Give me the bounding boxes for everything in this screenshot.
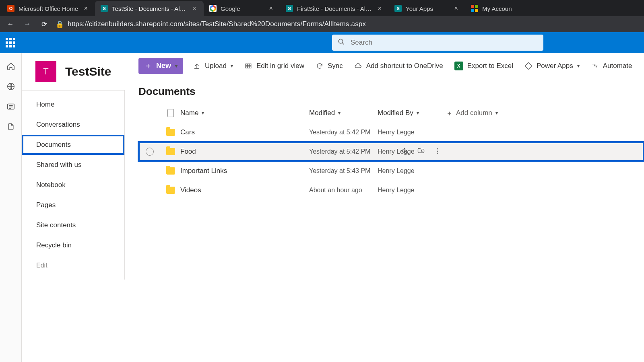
browser-tab[interactable]: O Microsoft Office Home × bbox=[2, 1, 95, 16]
back-button[interactable]: ← bbox=[5, 20, 16, 28]
chevron-down-icon: ▾ bbox=[202, 110, 204, 116]
folder-icon bbox=[161, 129, 180, 136]
globe-icon[interactable] bbox=[6, 82, 15, 91]
nav-notebook[interactable]: Notebook bbox=[22, 175, 124, 195]
nav-home[interactable]: Home bbox=[22, 95, 124, 115]
grid-icon bbox=[244, 62, 252, 70]
upload-label: Upload bbox=[205, 62, 227, 70]
item-name[interactable]: Food bbox=[180, 148, 309, 156]
folder-icon bbox=[161, 187, 180, 194]
power-apps-button[interactable]: Power Apps ▾ bbox=[523, 58, 581, 74]
add-column-button[interactable]: ＋ Add column ▾ bbox=[446, 109, 526, 118]
item-modified: Yesterday at 5:42 PM bbox=[309, 129, 378, 136]
nav-conversations[interactable]: Conversations bbox=[22, 115, 124, 135]
search-box[interactable] bbox=[332, 35, 543, 51]
svg-line-1 bbox=[342, 43, 344, 45]
command-bar: ＋ New ▾ Upload ▾ Edit in grid view bbox=[138, 53, 644, 79]
export-excel-button[interactable]: X Export to Excel bbox=[453, 58, 515, 74]
modified-by-header-label: Modified By bbox=[378, 109, 413, 117]
tab-title: TestSite - Documents - All Docu bbox=[112, 5, 187, 12]
sharepoint-icon: S bbox=[101, 5, 108, 12]
browser-tab[interactable]: S FirstSite - Documents - All Docu × bbox=[280, 1, 389, 16]
tab-title: FirstSite - Documents - All Docu bbox=[297, 5, 372, 12]
list-row[interactable]: Cars Yesterday at 5:42 PM Henry Legge bbox=[138, 123, 644, 142]
nav-edit[interactable]: Edit bbox=[22, 255, 124, 276]
list-row[interactable]: Food Yesterday at 5:42 PM Henry Legge ⋮ bbox=[138, 142, 644, 161]
url-text[interactable]: https://citizenbuilders.sharepoint.com/s… bbox=[68, 20, 366, 28]
name-column-header[interactable]: Name ▾ bbox=[180, 109, 309, 117]
close-icon[interactable]: × bbox=[376, 5, 383, 12]
power-apps-label: Power Apps bbox=[537, 62, 573, 70]
row-hover-actions: ⋮ bbox=[400, 147, 442, 157]
tab-title: Google bbox=[221, 5, 263, 12]
edit-grid-button[interactable]: Edit in grid view bbox=[243, 58, 306, 74]
modified-header-label: Modified bbox=[309, 109, 335, 117]
export-excel-label: Export to Excel bbox=[467, 62, 513, 70]
list-row[interactable]: Important Links Yesterday at 5:43 PM Hen… bbox=[138, 161, 644, 181]
left-column: T TestSite Home Conversations Documents … bbox=[22, 53, 125, 362]
sync-button[interactable]: Sync bbox=[314, 58, 345, 74]
close-icon[interactable]: × bbox=[452, 5, 460, 12]
new-label: New bbox=[156, 62, 171, 70]
app-launcher[interactable] bbox=[0, 32, 21, 53]
item-name[interactable]: Videos bbox=[180, 186, 309, 194]
list-rows: Cars Yesterday at 5:42 PM Henry Legge Fo… bbox=[138, 123, 644, 200]
share-icon[interactable] bbox=[400, 147, 408, 157]
folder-icon bbox=[161, 148, 180, 155]
more-actions-icon[interactable]: ⋮ bbox=[434, 147, 442, 157]
library-title: Documents bbox=[138, 85, 644, 98]
svg-point-0 bbox=[339, 39, 343, 43]
forward-button[interactable]: → bbox=[22, 20, 33, 28]
home-icon[interactable] bbox=[6, 62, 15, 71]
edit-grid-label: Edit in grid view bbox=[256, 62, 304, 70]
add-shortcut-button[interactable]: Add shortcut to OneDrive bbox=[353, 58, 445, 74]
google-icon bbox=[209, 5, 217, 12]
suite-header bbox=[0, 32, 644, 53]
name-header-label: Name bbox=[180, 109, 198, 117]
tab-title: Your Apps bbox=[406, 5, 448, 12]
chevron-down-icon: ▾ bbox=[577, 63, 580, 69]
nav-recycle-bin[interactable]: Recycle bin bbox=[22, 235, 124, 255]
item-name[interactable]: Cars bbox=[180, 128, 309, 136]
nav-site-contents[interactable]: Site contents bbox=[22, 215, 124, 235]
news-icon[interactable] bbox=[6, 102, 15, 111]
power-apps-icon bbox=[524, 62, 533, 70]
files-icon[interactable] bbox=[6, 122, 15, 131]
nav-shared-with-us[interactable]: Shared with us bbox=[22, 155, 124, 175]
search-icon bbox=[338, 38, 345, 47]
main-region: ＋ New ▾ Upload ▾ Edit in grid view bbox=[125, 53, 644, 362]
tab-title: Microsoft Office Home bbox=[19, 5, 78, 12]
upload-button[interactable]: Upload ▾ bbox=[191, 58, 235, 74]
tab-title: My Accoun bbox=[482, 5, 512, 12]
chevron-down-icon: ▾ bbox=[417, 110, 419, 116]
browser-tab[interactable]: Google × bbox=[204, 1, 280, 16]
nav-documents[interactable]: Documents bbox=[22, 135, 124, 155]
modified-by-column-header[interactable]: Modified By ▾ bbox=[378, 109, 446, 117]
row-select[interactable] bbox=[138, 148, 161, 156]
automate-label: Automate bbox=[603, 62, 632, 70]
browser-tab[interactable]: S Your Apps × bbox=[389, 1, 465, 16]
type-column-header[interactable] bbox=[161, 109, 180, 117]
reload-button[interactable]: ⟳ bbox=[39, 20, 50, 29]
new-button[interactable]: ＋ New ▾ bbox=[138, 58, 183, 74]
chevron-down-icon: ▾ bbox=[175, 63, 178, 69]
sharepoint-icon: S bbox=[286, 5, 293, 12]
close-icon[interactable]: × bbox=[82, 5, 89, 12]
file-type-icon bbox=[167, 109, 174, 117]
folder-icon bbox=[161, 167, 180, 175]
nav-pages[interactable]: Pages bbox=[22, 195, 124, 215]
item-modified-by: Henry Legge bbox=[378, 187, 446, 194]
item-name[interactable]: Important Links bbox=[180, 167, 309, 175]
list-row[interactable]: Videos About an hour ago Henry Legge bbox=[138, 181, 644, 200]
browser-tab[interactable]: My Accoun bbox=[465, 1, 517, 16]
site-logo[interactable]: T bbox=[35, 61, 56, 82]
close-icon[interactable]: × bbox=[191, 5, 198, 12]
open-location-icon[interactable] bbox=[417, 147, 425, 157]
modified-column-header[interactable]: Modified ▾ bbox=[309, 109, 378, 117]
automate-button[interactable]: Automate bbox=[589, 58, 634, 74]
site-header: T TestSite bbox=[22, 53, 125, 90]
search-input[interactable] bbox=[351, 39, 538, 47]
close-icon[interactable]: × bbox=[267, 5, 275, 12]
add-shortcut-label: Add shortcut to OneDrive bbox=[366, 62, 443, 70]
browser-tab[interactable]: S TestSite - Documents - All Docu × bbox=[95, 1, 204, 16]
